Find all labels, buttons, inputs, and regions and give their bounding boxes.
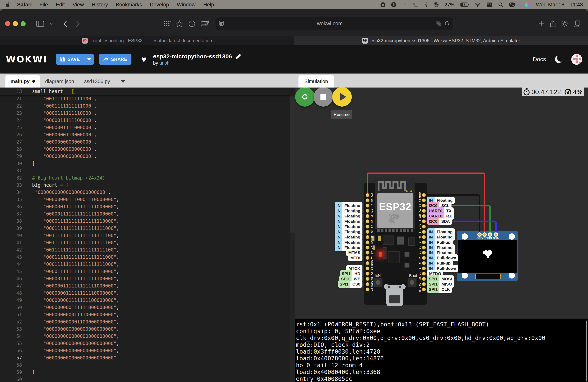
edit-pencil-icon[interactable]	[235, 53, 241, 59]
pin-5v[interactable]	[366, 287, 369, 291]
pin-d0[interactable]	[422, 282, 426, 286]
pin-21[interactable]	[422, 219, 426, 223]
address-bar[interactable]: wokwi.com A文	[215, 17, 453, 30]
pin-13[interactable]	[366, 266, 369, 270]
pin-3v3[interactable]	[366, 193, 369, 197]
simulation-canvas[interactable]: ESP32	[295, 87, 588, 318]
pin-d1[interactable]	[422, 277, 426, 281]
pin-0[interactable]	[422, 261, 426, 265]
reload-icon[interactable]	[444, 21, 450, 27]
bluetooth-icon[interactable]	[424, 2, 428, 7]
favorites-star-icon[interactable]	[176, 21, 183, 27]
tab-main-py[interactable]: main.py	[5, 75, 40, 87]
close-window-button[interactable]	[5, 21, 10, 26]
pin-18[interactable]	[422, 235, 426, 239]
pin-rx[interactable]	[422, 214, 426, 218]
pin-27[interactable]	[366, 246, 369, 250]
control-center-icon[interactable]	[509, 2, 515, 7]
pin-d3[interactable]	[366, 277, 369, 281]
keyboard-brightness-icon[interactable]	[402, 2, 407, 7]
pin-gnd[interactable]	[366, 261, 369, 265]
browser-tab-esptool[interactable]: Troubleshooting - ESP32 - — esptool late…	[0, 36, 294, 45]
serial-console[interactable]: rst:0x1 (POWERON_RESET),boot:0x13 (SPI_F…	[295, 318, 588, 382]
pin-4[interactable]	[422, 256, 426, 260]
menu-bookmarks[interactable]: Bookmarks	[116, 2, 142, 8]
screen-record-icon[interactable]	[380, 2, 385, 7]
oled-pin-scl[interactable]	[488, 233, 492, 237]
like-heart-icon[interactable]: ♥	[141, 55, 147, 64]
input-source-icon[interactable]	[486, 2, 492, 7]
pin-15[interactable]	[422, 272, 426, 276]
share-icon[interactable]	[550, 20, 556, 27]
oled-pin-gnd[interactable]	[477, 233, 482, 237]
forward-button[interactable]	[76, 21, 80, 27]
shazam-icon[interactable]: S	[391, 2, 396, 7]
pin-26[interactable]	[366, 240, 369, 244]
pin-vp[interactable]	[366, 204, 369, 208]
pin-19[interactable]	[422, 230, 426, 234]
pin-16[interactable]	[422, 251, 426, 255]
pin-33[interactable]	[366, 230, 369, 234]
history-clock-icon[interactable]	[189, 20, 195, 27]
minimize-window-button[interactable]	[13, 21, 18, 26]
share-button[interactable]: SHARE	[99, 54, 131, 65]
code-editor[interactable]: 13 small_heart = [ 21 "0011111111111100"…	[0, 87, 295, 382]
pin-23[interactable]	[422, 198, 426, 202]
translate-icon[interactable]: A文	[436, 21, 441, 27]
user-avatar[interactable]	[571, 54, 582, 65]
docs-link[interactable]: Docs	[533, 56, 546, 63]
back-button[interactable]	[63, 21, 67, 27]
tab-ssd1306-py[interactable]: ssd1306.py	[79, 75, 115, 87]
menu-history[interactable]: History	[92, 2, 108, 8]
menu-help[interactable]: Help	[203, 2, 214, 8]
tab-simulation[interactable]: Simulation	[298, 75, 334, 87]
browser-tab-wokwi[interactable]: W esp32-micropython-ssd1306 - Wokwi ESP3…	[294, 36, 588, 45]
author-link[interactable]: urish	[159, 60, 169, 65]
pin-32[interactable]	[366, 225, 369, 229]
pin-2[interactable]	[422, 266, 426, 270]
new-tab-icon[interactable]	[538, 21, 545, 27]
spotlight-icon[interactable]	[498, 2, 503, 7]
pin-clk[interactable]	[422, 287, 426, 291]
console-scrollbar[interactable]	[586, 320, 587, 381]
screen-mirroring-icon[interactable]	[413, 2, 419, 7]
chevron-down-icon[interactable]	[49, 22, 53, 25]
menu-safari[interactable]: Safari	[17, 2, 32, 8]
menu-view[interactable]: View	[73, 2, 84, 8]
dark-mode-moon-icon[interactable]	[555, 56, 562, 63]
pin-22[interactable]	[422, 204, 426, 208]
pin-d2[interactable]	[366, 272, 369, 276]
file-tabs-dropdown-icon[interactable]	[121, 80, 125, 83]
pin-17[interactable]	[422, 246, 426, 250]
pin-25[interactable]	[366, 235, 369, 239]
menubar-date[interactable]: Wed Mar 18	[536, 2, 565, 8]
sidebar-icon[interactable]	[36, 21, 44, 27]
siri-icon[interactable]	[525, 2, 530, 7]
apple-menu-icon[interactable]	[5, 2, 10, 7]
save-dropdown-button[interactable]	[84, 54, 94, 65]
pin-en[interactable]	[366, 198, 369, 202]
page-settings-icon[interactable]	[219, 21, 224, 27]
wifi-icon[interactable]	[475, 2, 481, 7]
zoom-window-button[interactable]	[21, 21, 26, 26]
airdrop-icon[interactable]	[434, 2, 439, 7]
pin-14[interactable]	[366, 251, 369, 255]
menubar-time[interactable]: 11:48	[570, 2, 583, 8]
pin-gnd[interactable]	[422, 225, 426, 229]
tab-overview-icon[interactable]	[164, 21, 170, 27]
menu-edit[interactable]: Edit	[56, 2, 65, 8]
pin-12[interactable]	[366, 256, 369, 260]
tabs-copy-icon[interactable]	[574, 21, 580, 27]
autofill-icon[interactable]	[201, 21, 209, 27]
oled-pin-sda[interactable]	[494, 233, 498, 237]
wokwi-logo[interactable]: WOKWI	[6, 54, 47, 64]
pin-35[interactable]	[366, 219, 369, 223]
pin-5[interactable]	[422, 240, 426, 244]
pin-cmd[interactable]	[366, 282, 369, 286]
url-text[interactable]: wokwi.com	[224, 21, 436, 27]
menu-window[interactable]: Window	[177, 2, 195, 8]
pin-tx[interactable]	[422, 209, 426, 213]
pin-gnd[interactable]	[422, 193, 426, 197]
settings-gear-icon[interactable]	[561, 20, 568, 27]
menu-file[interactable]: File	[40, 2, 48, 8]
